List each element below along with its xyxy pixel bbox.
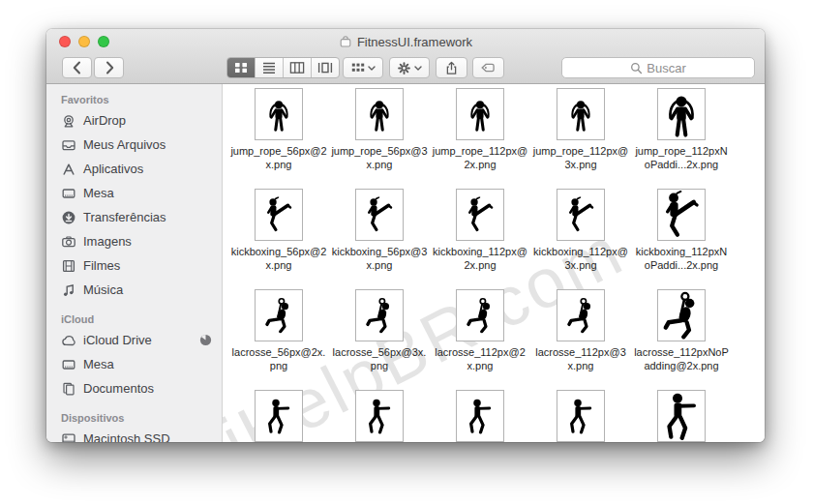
file-item[interactable] <box>228 390 329 442</box>
lunge-thumbnail <box>557 390 605 442</box>
file-name: kickboxing_56px@2x.png <box>230 246 327 272</box>
forward-button[interactable] <box>94 57 124 78</box>
docs-icon <box>61 381 76 397</box>
kickboxing-thumbnail <box>657 189 706 241</box>
sidebar-section-header: iCloud <box>46 313 222 328</box>
toolbar: Buscar <box>46 56 765 81</box>
sidebar-section: DispositivosMacintosh SSD <box>46 412 222 442</box>
file-item[interactable]: kickboxing_56px@2x.png <box>228 189 329 289</box>
sidebar-item-airdrop[interactable]: AirDrop <box>46 108 222 133</box>
back-button[interactable] <box>62 57 92 78</box>
file-item[interactable]: kickboxing_112pxNoPaddi...2x.png <box>631 189 732 289</box>
file-name: jump_rope_112px@2x.png <box>432 145 528 171</box>
jump-rope-thumbnail <box>557 88 605 140</box>
file-grid: jump_rope_56px@2x.pngjump_rope_56px@3x.p… <box>228 88 732 442</box>
file-item[interactable]: jump_rope_56px@2x.png <box>228 88 329 189</box>
sidebar-item-aplicativos[interactable]: Aplicativos <box>46 157 222 181</box>
file-item[interactable]: lacrosse_56px@2x.png <box>228 289 329 390</box>
sidebar-item-documentos[interactable]: Documentos <box>46 376 222 400</box>
sidebar-item-m-sica[interactable]: Música <box>46 278 222 302</box>
file-item[interactable]: lacrosse_112px@2x.png <box>430 289 530 390</box>
file-item[interactable]: kickboxing_56px@3x.png <box>329 189 430 289</box>
file-item[interactable]: jump_rope_112px@3x.png <box>530 88 631 189</box>
arrange-button[interactable] <box>343 57 383 78</box>
icon-view-icon <box>233 61 249 74</box>
file-name: lacrosse_56px@2x.png <box>230 346 327 372</box>
lunge-thumbnail <box>456 390 504 442</box>
file-item[interactable] <box>430 390 530 442</box>
desktop-icon <box>61 186 76 201</box>
sidebar-item-mesa[interactable]: Mesa <box>46 181 222 205</box>
sidebar-item-label: Imagens <box>83 234 132 249</box>
cloud-icon <box>61 333 76 348</box>
tag-icon <box>480 61 497 74</box>
file-item[interactable]: jump_rope_112pxNoPaddi...2x.png <box>631 88 732 189</box>
search-input[interactable]: Buscar <box>561 57 755 78</box>
music-icon <box>61 282 76 298</box>
action-button[interactable] <box>389 57 430 78</box>
file-item[interactable]: lacrosse_112px@3x.png <box>530 289 631 390</box>
view-list-button[interactable] <box>255 58 283 77</box>
jump-rope-thumbnail <box>456 88 504 140</box>
camera-icon <box>61 234 76 250</box>
kickboxing-thumbnail <box>456 189 504 241</box>
chevron-down-icon <box>414 66 422 71</box>
file-name: jump_rope_56px@2x.png <box>230 145 327 171</box>
view-icons-button[interactable] <box>227 58 255 77</box>
sidebar-section: iCloudiCloud DriveMesaDocumentos <box>46 313 222 400</box>
sidebar-item-filmes[interactable]: Filmes <box>46 253 222 278</box>
share-icon <box>444 61 459 75</box>
search-placeholder: Buscar <box>647 61 685 75</box>
view-switcher <box>226 57 340 78</box>
file-item[interactable]: lacrosse_56px@3x.png <box>329 289 430 390</box>
sidebar-item-label: Mesa <box>83 186 114 200</box>
view-coverflow-button[interactable] <box>311 58 339 77</box>
chevron-down-icon <box>368 66 376 71</box>
lunge-thumbnail <box>255 390 303 442</box>
sidebar-item-meus-arquivos[interactable]: Meus Arquivos <box>46 133 222 157</box>
file-name: lacrosse_112pxNoPadding@2x.png <box>633 346 730 372</box>
kickboxing-thumbnail <box>557 189 605 241</box>
file-item[interactable]: jump_rope_56px@3x.png <box>329 88 430 189</box>
sidebar-item-label: Mesa <box>83 357 114 371</box>
jump-rope-thumbnail <box>657 88 706 140</box>
file-item[interactable] <box>329 390 430 442</box>
download-icon <box>61 210 76 225</box>
sidebar-item-label: Meus Arquivos <box>83 137 166 152</box>
sidebar-item-macintosh-ssd[interactable]: Macintosh SSD <box>46 427 222 442</box>
sidebar-item-icloud-drive[interactable]: iCloud Drive <box>46 328 222 352</box>
file-name: kickboxing_56px@3x.png <box>331 246 428 272</box>
sidebar-section: FavoritosAirDropMeus ArquivosAplicativos… <box>46 94 222 302</box>
file-view: iHelpBR.com jump_rope_56px@2x.pngjump_ro… <box>223 84 765 442</box>
list-view-icon <box>261 61 277 74</box>
file-name: kickboxing_112pxNoPaddi...2x.png <box>633 246 730 272</box>
file-item[interactable]: kickboxing_112px@3x.png <box>530 189 631 289</box>
sidebar-item-label: Aplicativos <box>83 162 143 176</box>
file-name: lacrosse_112px@3x.png <box>532 346 629 372</box>
sidebar-item-imagens[interactable]: Imagens <box>46 229 222 253</box>
file-item[interactable] <box>530 390 631 442</box>
lunge-thumbnail <box>355 390 404 442</box>
sidebar-item-mesa[interactable]: Mesa <box>46 352 222 376</box>
window-title: FitnessUI.framework <box>357 35 472 49</box>
lacrosse-thumbnail <box>557 289 605 341</box>
app-icon <box>61 162 76 177</box>
view-columns-button[interactable] <box>283 58 311 77</box>
tags-button[interactable] <box>472 57 504 78</box>
chevron-right-icon <box>102 59 117 76</box>
sidebar-item-label: AirDrop <box>83 113 126 128</box>
sidebar: FavoritosAirDropMeus ArquivosAplicativos… <box>46 84 223 442</box>
file-item[interactable]: lacrosse_112pxNoPadding@2x.png <box>631 289 732 390</box>
file-name: jump_rope_112pxNoPaddi...2x.png <box>633 145 730 171</box>
sidebar-item-transfer-ncias[interactable]: Transferências <box>46 205 222 229</box>
file-name: jump_rope_112px@3x.png <box>532 145 629 171</box>
coverflow-view-icon <box>317 61 333 74</box>
file-item[interactable]: jump_rope_112px@2x.png <box>430 88 530 189</box>
file-item[interactable] <box>631 390 732 442</box>
lacrosse-thumbnail <box>657 289 706 341</box>
file-item[interactable]: kickboxing_112px@2x.png <box>430 189 530 289</box>
box-icon <box>61 137 76 153</box>
share-button[interactable] <box>436 57 467 78</box>
jump-rope-thumbnail <box>355 88 404 140</box>
arrange-grid-icon <box>351 62 365 74</box>
